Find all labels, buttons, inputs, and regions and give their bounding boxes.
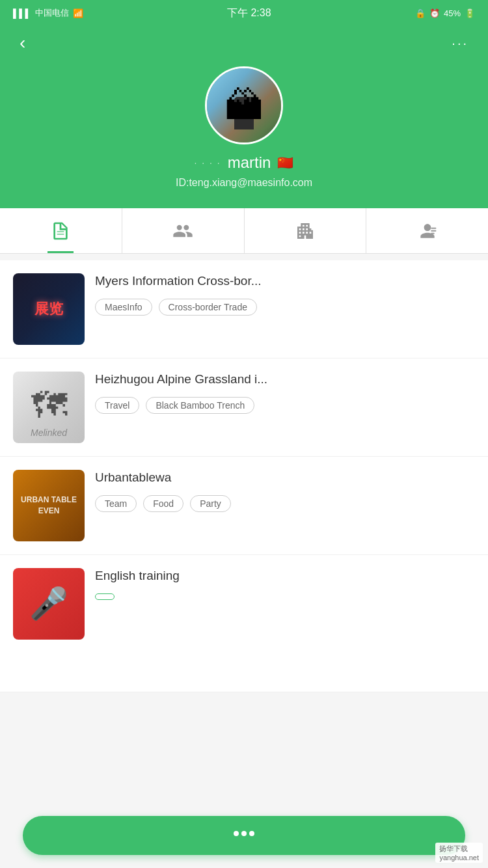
- svg-rect-2: [431, 232, 434, 234]
- wifi-icon: 📶: [73, 8, 83, 18]
- item-thumbnail-4: [13, 568, 85, 640]
- svg-point-5: [249, 831, 254, 836]
- profile-icon: [417, 221, 438, 241]
- item-thumbnail-3: URBAN TABLE EVEN: [13, 470, 85, 541]
- avatar-image: [207, 68, 281, 142]
- profile-section: · · · · martin 🇨🇳 ID:teng.xiang@maesinfo…: [0, 66, 488, 208]
- more-button[interactable]: ···: [452, 36, 468, 51]
- people-icon: [172, 221, 193, 241]
- item-thumbnail-1: [13, 273, 85, 345]
- svg-rect-1: [431, 230, 436, 231]
- svg-point-4: [241, 831, 247, 836]
- tab-posts[interactable]: [0, 208, 122, 253]
- chat-button[interactable]: [23, 816, 465, 855]
- item-content-2: Heizhugou Alpine Grassland i... Travel B…: [95, 372, 475, 414]
- building-icon: [295, 221, 316, 241]
- thumb-map-label: Melinked: [31, 427, 67, 438]
- signal-icon: ▌▌▌: [13, 8, 31, 18]
- item-title-4: English training: [95, 568, 475, 584]
- list-item[interactable]: URBAN TABLE EVEN Urbantablewa Team Food …: [0, 457, 488, 555]
- tag[interactable]: Travel: [95, 397, 139, 414]
- avatar: [205, 66, 283, 144]
- list-item[interactable]: English training: [0, 555, 488, 692]
- profile-dots: · · · ·: [195, 157, 221, 168]
- tab-bar: [0, 208, 488, 254]
- carrier-label: 中国电信: [35, 7, 69, 19]
- thumb-expo: [13, 273, 85, 345]
- alarm-icon: ⏰: [429, 8, 440, 18]
- item-title-2: Heizhugou Alpine Grassland i...: [95, 372, 475, 388]
- flag-icon: 🇨🇳: [277, 155, 293, 170]
- battery-icon: 🔋: [465, 8, 475, 18]
- tag[interactable]: Team: [95, 495, 137, 512]
- profile-name-container: · · · · martin 🇨🇳: [195, 154, 294, 172]
- item-thumbnail-2: Melinked: [13, 372, 85, 443]
- item-content-1: Myers Information Cross-bor... MaesInfo …: [95, 273, 475, 316]
- tag[interactable]: Cross-border Trade: [159, 299, 257, 316]
- thumb-mic: [13, 568, 85, 640]
- svg-rect-0: [431, 227, 436, 228]
- item-tags-3: Team Food Party: [95, 495, 475, 512]
- tab-people[interactable]: [122, 208, 245, 253]
- item-title-1: Myers Information Cross-bor...: [95, 273, 475, 290]
- item-content-3: Urbantablewa Team Food Party: [95, 470, 475, 512]
- item-tags-2: Travel Black Bamboo Trench: [95, 397, 475, 414]
- tag[interactable]: Party: [190, 495, 231, 512]
- chat-dots-icon: [231, 824, 257, 847]
- list-item[interactable]: Myers Information Cross-bor... MaesInfo …: [0, 260, 488, 359]
- username-label: martin: [228, 154, 271, 172]
- status-time: 下午 2:38: [227, 7, 271, 20]
- thumb-map: Melinked: [13, 372, 85, 443]
- content-list: Myers Information Cross-bor... MaesInfo …: [0, 260, 488, 692]
- battery-label: 45%: [444, 8, 461, 18]
- list-item[interactable]: Melinked Heizhugou Alpine Grassland i...…: [0, 359, 488, 457]
- tag[interactable]: [95, 593, 115, 600]
- svg-point-3: [234, 831, 239, 836]
- item-content-4: English training: [95, 568, 475, 600]
- status-bar: ▌▌▌ 中国电信 📶 下午 2:38 🔒 ⏰ 45% 🔋: [0, 0, 488, 26]
- item-tags-1: MaesInfo Cross-border Trade: [95, 299, 475, 316]
- header: ‹ ···: [0, 26, 488, 66]
- posts-icon: [50, 221, 71, 241]
- tag[interactable]: Black Bamboo Trench: [146, 397, 254, 414]
- tab-profile[interactable]: [366, 208, 488, 253]
- tag[interactable]: MaesInfo: [95, 299, 152, 316]
- status-right: 🔒 ⏰ 45% 🔋: [415, 8, 475, 18]
- thumb-urban-text: URBAN TABLE EVEN: [13, 495, 85, 517]
- item-tags-4: [95, 593, 475, 600]
- profile-id: ID:teng.xiang@maesinfo.com: [176, 177, 312, 189]
- bottom-bar: [0, 808, 488, 868]
- lock-icon: 🔒: [415, 8, 426, 18]
- thumb-urban: URBAN TABLE EVEN: [13, 470, 85, 541]
- back-button[interactable]: ‹: [20, 33, 25, 53]
- status-left: ▌▌▌ 中国电信 📶: [13, 7, 83, 19]
- watermark: 扬华下载yanghua.net: [435, 843, 483, 863]
- item-title-3: Urbantablewa: [95, 470, 475, 486]
- tag[interactable]: Food: [143, 495, 183, 512]
- tab-building[interactable]: [245, 208, 367, 253]
